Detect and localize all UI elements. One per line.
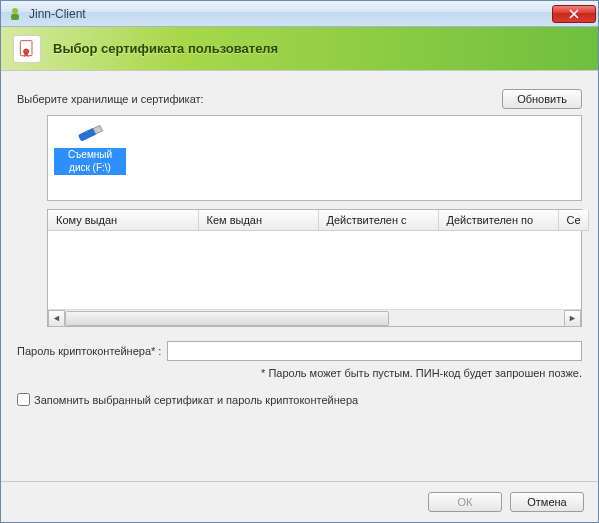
certificate-table-body[interactable]	[48, 231, 581, 309]
content-area: Выберите хранилище и сертификат: Обновит…	[1, 71, 598, 481]
password-input[interactable]	[167, 341, 582, 361]
titlebar: Jinn-Client	[1, 1, 598, 27]
dialog-window: Jinn-Client Выбор сертификата пользовате…	[0, 0, 599, 523]
horizontal-scrollbar[interactable]: ◄ ►	[48, 309, 581, 326]
cancel-button[interactable]: Отмена	[510, 492, 584, 512]
ok-button[interactable]: ОК	[428, 492, 502, 512]
app-icon	[7, 6, 23, 22]
usb-drive-icon	[72, 122, 108, 146]
dialog-footer: ОК Отмена	[1, 481, 598, 522]
remember-checkbox[interactable]	[17, 393, 30, 406]
header-banner: Выбор сертификата пользователя	[1, 27, 598, 71]
refresh-button[interactable]: Обновить	[502, 89, 582, 109]
window-title: Jinn-Client	[29, 7, 552, 21]
drive-label: Съемный диск (F:\)	[54, 148, 126, 175]
scroll-left-arrow[interactable]: ◄	[48, 310, 65, 327]
scroll-track[interactable]	[65, 311, 564, 326]
select-storage-label: Выберите хранилище и сертификат:	[17, 93, 204, 105]
password-hint: * Пароль может быть пустым. ПИН-код буде…	[17, 367, 582, 379]
scroll-thumb[interactable]	[65, 311, 389, 326]
close-button[interactable]	[552, 5, 596, 23]
certificate-icon	[13, 35, 41, 63]
col-valid-to[interactable]: Действителен по	[438, 210, 558, 231]
col-issued-to[interactable]: Кому выдан	[48, 210, 198, 231]
page-heading: Выбор сертификата пользователя	[53, 41, 278, 56]
col-issued-by[interactable]: Кем выдан	[198, 210, 318, 231]
scroll-right-arrow[interactable]: ►	[564, 310, 581, 327]
certificate-table: Кому выдан Кем выдан Действителен с Дейс…	[47, 209, 582, 327]
col-valid-from[interactable]: Действителен с	[318, 210, 438, 231]
svg-point-0	[12, 8, 18, 14]
svg-point-3	[24, 49, 29, 54]
remember-label: Запомнить выбранный сертификат и пароль …	[34, 394, 358, 406]
drive-item[interactable]: Съемный диск (F:\)	[54, 122, 126, 175]
col-serial[interactable]: Се	[558, 210, 588, 231]
password-label: Пароль криптоконтейнера* :	[17, 345, 161, 357]
svg-rect-1	[11, 14, 19, 20]
storage-list[interactable]: Съемный диск (F:\)	[47, 115, 582, 201]
